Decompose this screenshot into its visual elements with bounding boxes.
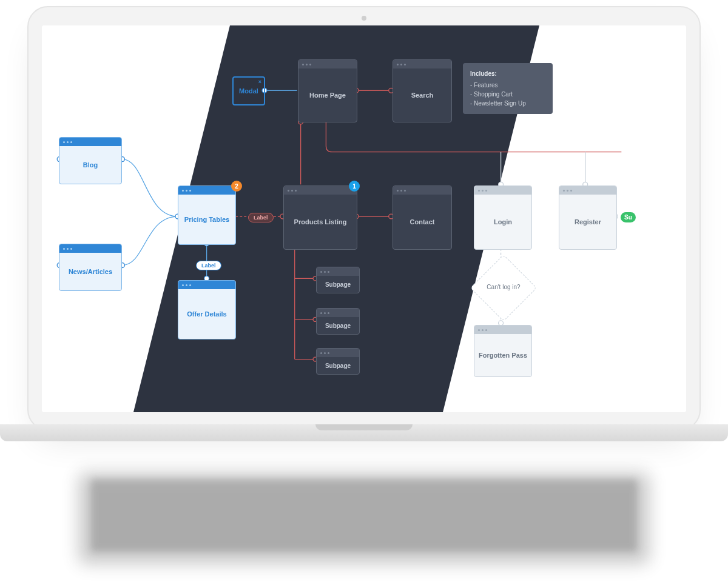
node-label: Contact (393, 195, 451, 249)
node-label: Pricing Tables (178, 195, 235, 244)
note-item: - Features (470, 81, 545, 90)
window-dots-icon (317, 349, 359, 357)
window-dots-icon (474, 186, 531, 195)
node-label: Forgotten Pass (474, 334, 531, 376)
window-dots-icon (559, 186, 616, 195)
node-pricing-tables[interactable]: Pricing Tables (178, 185, 236, 245)
node-label: Search (393, 68, 451, 122)
window-dots-icon (178, 186, 235, 195)
window-dots-icon (59, 244, 121, 253)
node-subpage-2[interactable]: Subpage (316, 308, 360, 335)
node-label: Login (474, 195, 531, 249)
node-subpage-3[interactable]: Subpage (316, 348, 360, 375)
diagram-canvas[interactable]: × Modal Blog News/Articles Pricing Table… (42, 25, 686, 412)
note-item: - Newsletter Sign Up (470, 99, 545, 108)
node-products-listing[interactable]: Products Listing (283, 185, 357, 250)
note-panel[interactable]: Includes: - Features - Shopping Cart - N… (463, 63, 553, 114)
camera-dot (362, 16, 366, 21)
window-dots-icon (317, 309, 359, 317)
window-dots-icon (393, 60, 451, 68)
node-label: News/Articles (59, 253, 121, 290)
node-label: Subpage (317, 276, 359, 293)
node-contact[interactable]: Contact (393, 185, 452, 250)
laptop-frame: × Modal Blog News/Articles Pricing Table… (27, 6, 701, 430)
node-search[interactable]: Search (393, 59, 452, 122)
node-label: Register (559, 195, 616, 249)
note-item: - Shopping Cart (470, 90, 545, 99)
window-dots-icon (59, 138, 121, 146)
note-title: Includes: (470, 69, 545, 78)
node-blog[interactable]: Blog (59, 137, 122, 184)
badge-count-blue[interactable]: 1 (349, 181, 360, 192)
node-home-page[interactable]: Home Page (298, 59, 357, 122)
node-news-articles[interactable]: News/Articles (59, 244, 122, 291)
decision-label: Can't log in? (476, 284, 531, 290)
node-register[interactable]: Register (559, 185, 617, 250)
screen: × Modal Blog News/Articles Pricing Table… (42, 25, 686, 412)
window-dots-icon (474, 326, 531, 334)
window-dots-icon (284, 186, 357, 195)
badge-count-orange[interactable]: 2 (231, 181, 242, 192)
window-dots-icon (393, 186, 451, 195)
laptop-base (0, 424, 728, 441)
node-modal[interactable]: × Modal (232, 76, 265, 105)
close-icon[interactable]: × (258, 79, 261, 85)
node-subpage-1[interactable]: Subpage (316, 267, 360, 293)
node-label: Blog (59, 146, 121, 184)
node-login[interactable]: Login (474, 185, 532, 250)
node-offer-details[interactable]: Offer Details (178, 280, 236, 339)
connector-label-pill[interactable]: Label (248, 213, 274, 222)
window-dots-icon (298, 60, 357, 68)
node-label: Products Listing (284, 195, 357, 249)
node-label: Subpage (317, 317, 359, 334)
node-label: Home Page (298, 68, 357, 122)
status-pill-green[interactable]: Su (621, 212, 636, 222)
window-dots-icon (317, 267, 359, 276)
window-dots-icon (178, 281, 235, 289)
connector-label-pill[interactable]: Label (196, 261, 221, 270)
node-label: Subpage (317, 357, 359, 374)
node-forgotten-pass[interactable]: Forgotten Pass (474, 325, 532, 377)
node-label: Offer Details (178, 289, 235, 339)
shadow-reflection (91, 479, 637, 552)
